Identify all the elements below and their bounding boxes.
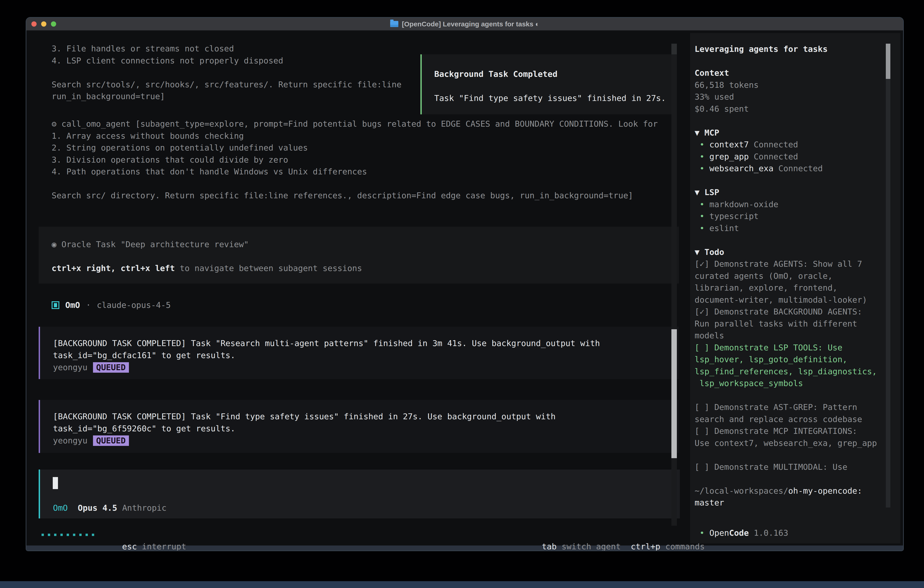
line-segment: 3. File handles or streams not closed [52,44,234,53]
agent-icon [52,301,59,309]
spacer [68,502,78,514]
line-segment: Search src/ directory. Return specific f… [52,191,633,200]
folder-icon [390,21,398,27]
traffic-lights [31,18,56,30]
line-segment: 1.0.163 [749,528,788,537]
scrollbar-thumb[interactable] [672,329,677,458]
zoom-button[interactable] [51,21,56,26]
terminal-line [695,55,900,67]
line-segment: 1. Array access without bounds checking [52,131,244,140]
terminal-line: 2. String operations on potentially unde… [52,142,679,154]
line-segment: lsp_hover, lsp_goto_definition, [695,355,847,364]
window-title-wrap: [OpenCode] Leveraging agents for tasks ◐ [390,20,540,28]
terminal-line: • OpenCode 1.0.163 [695,527,788,539]
task-footer: yeongyu QUEUED [53,434,679,447]
line-segment: • [700,152,710,161]
line-segment: websearch_exa [710,164,774,173]
terminal-line: models [695,330,900,342]
line-segment: ⚙ [52,119,61,129]
terminal-line: task_id="bg_dcfac161" to get results. [53,350,679,362]
terminal-line: ctrl+x right, ctrl+x left to navigate be… [52,263,679,274]
terminal-line: ⚙ call_omo_agent [subagent_type=explore,… [52,118,679,130]
line-segment: Search src/tools/, src/hooks/, src/featu… [52,80,401,89]
separator-dot: · [86,301,91,310]
line-segment: $0.46 spent [695,104,749,114]
key-esc: esc [122,542,137,551]
terminal-line: • context7 Connected [695,139,900,151]
line-segment: [✓] Demonstrate BACKGROUND AGENTS: [695,307,862,316]
terminal-line [695,449,900,461]
app-window: [OpenCode] Leveraging agents for tasks ◐… [26,17,904,551]
line-segment: [ ] Demonstrate MCP INTEGRATIONS: [695,426,857,436]
keyhints-right: tabswitch agentctrl+pcommands [512,529,705,540]
window-title: [OpenCode] Leveraging agents for tasks ◐ [402,20,540,28]
task-message-lines: [BACKGROUND TASK COMPLETED] Task "Resear… [53,337,679,361]
line-segment: 4. Path operations that don't handle Win… [52,167,367,176]
terminal-line: [ ] Demonstrate MULTIMODAL: Use [695,461,900,473]
line-segment: librarian, explore, frontend, [695,283,838,292]
terminal-line: task_id="bg_6f59260c" to get results. [53,423,679,435]
agent-model-name: claude-opus-4-5 [97,301,171,310]
prompt-input[interactable]: OmO Opus 4.5 Anthropic [39,469,680,519]
line-segment: task_id="bg_6f59260c" to get results. [53,424,235,433]
line-segment [695,528,700,537]
terminal-line: Leveraging agents for tasks [695,43,900,55]
line-segment: typescript [710,211,759,221]
terminal-line: Search src/tools/, src/hooks/, src/featu… [52,79,401,91]
line-segment: [BACKGROUND TASK COMPLETED] Task "Resear… [53,339,600,348]
line-segment: ▼ [695,128,705,137]
keyhint-interrupt: escinterrupt [92,529,186,540]
agent-icon-fill [54,303,57,307]
line-segment [695,164,700,173]
line-segment: grep_app [710,152,749,161]
terminal-line: lsp_workspace_symbols [695,377,900,390]
terminal-line: lsp_hover, lsp_goto_definition, [695,353,900,366]
line-segment: context7 [710,140,749,149]
line-segment: oh-my-opencode: [788,486,862,496]
line-segment: • [700,528,710,537]
terminal-line: Search src/ directory. Return specific f… [52,190,679,202]
activity-dots: ▪▪▪▪▪▪▪▪▪ [41,529,97,540]
terminal-line: lsp_find_references, lsp_diagnostics, [695,366,900,378]
task-user: yeongyu [53,363,87,372]
terminal-line: [ ] Demonstrate LSP TOOLS: Use [695,342,900,354]
terminal-line: $0.46 spent [695,103,900,115]
line-segment [695,223,700,233]
task-footer: yeongyu QUEUED [53,361,679,373]
terminal-line: 4. Path operations that don't handle Win… [52,166,679,178]
terminal-line: [✓] Demonstrate AGENTS: Show all 7 [695,258,900,270]
scrollbar-thumb[interactable] [672,44,677,55]
terminal-line: • markdown-oxide [695,198,900,211]
scrollbar-track[interactable] [672,44,677,526]
line-segment: curated agents (OmO, oracle, [695,271,833,281]
sidebar-lines: Leveraging agents for tasks Context66,51… [695,43,900,509]
sidebar-scrollbar-track[interactable] [886,44,890,507]
line-segment: models [695,331,724,340]
terminal-line [695,390,900,401]
status-badge: QUEUED [93,435,129,446]
terminal-line [52,67,401,79]
terminal-line: 3. Division operations that could divide… [52,154,679,166]
close-button[interactable] [31,21,36,26]
line-segment: [✓] Demonstrate AGENTS: Show all 7 [695,259,862,269]
task-message-lines: [BACKGROUND TASK COMPLETED] Task "Find t… [53,411,679,434]
line-segment [695,140,700,149]
line-segment: call_omo_agent [subagent_type=explore, p… [61,119,658,129]
agent-session-header: OmO · claude-opus-4-5 [52,299,171,311]
terminal-line: Run parallel tasks with different [695,318,900,330]
agent-label: OmO [53,502,68,514]
model-indicator: OmO Opus 4.5 Anthropic [53,502,167,514]
terminal-line: [BACKGROUND TASK COMPLETED] Task "Resear… [53,337,679,350]
line-segment [695,152,700,161]
minimize-button[interactable] [41,21,46,26]
terminal-line: [BACKGROUND TASK COMPLETED] Task "Find t… [53,411,679,423]
background-task-toast[interactable]: Background Task Completed Task "Find typ… [421,55,675,114]
terminal-line [695,175,900,187]
terminal-line: • grep_app Connected [695,151,900,163]
line-segment: LSP [705,188,719,197]
terminal-line [52,178,679,190]
tool-call-text: ⚙ call_omo_agent [subagent_type=explore,… [52,118,679,202]
line-segment: ▼ [695,248,705,257]
line-segment: • [700,223,710,233]
sidebar-scrollbar-thumb[interactable] [886,44,890,79]
